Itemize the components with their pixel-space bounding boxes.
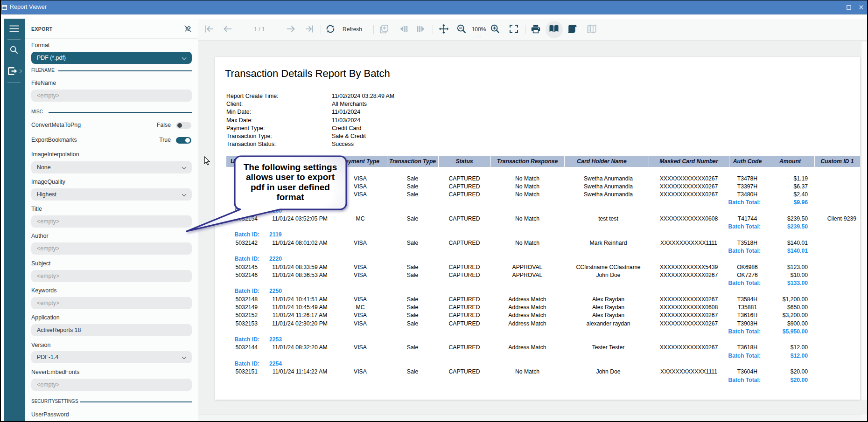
svg-text:The following settings: The following settings — [244, 162, 337, 172]
svg-text:format: format — [276, 192, 304, 202]
svg-text:allows user to export: allows user to export — [246, 172, 335, 182]
svg-text:pdf in user defined: pdf in user defined — [251, 182, 330, 192]
